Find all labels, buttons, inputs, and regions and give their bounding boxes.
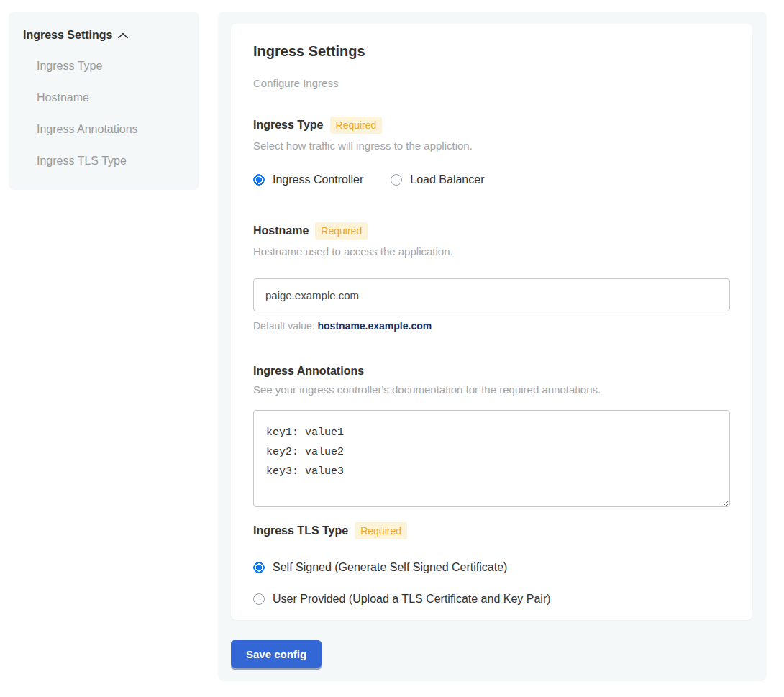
tls-type-radio-group: Self Signed (Generate Self Signed Certif… [253, 561, 730, 606]
page-title: Ingress Settings [253, 43, 730, 60]
save-config-button[interactable]: Save config [231, 640, 322, 668]
user-provided-radio[interactable] [253, 593, 265, 605]
sidebar-item-ingress-annotations[interactable]: Ingress Annotations [37, 123, 185, 136]
chevron-up-icon [118, 32, 128, 39]
radio-option-user-provided[interactable]: User Provided (Upload a TLS Certificate … [253, 593, 730, 606]
radio-option-self-signed[interactable]: Self Signed (Generate Self Signed Certif… [253, 561, 730, 574]
radio-option-load-balancer[interactable]: Load Balancer [391, 173, 484, 186]
sidebar-item-list: Ingress Type Hostname Ingress Annotation… [23, 60, 185, 168]
sidebar-item-hostname[interactable]: Hostname [37, 91, 185, 104]
sidebar-group-ingress-settings[interactable]: Ingress Settings [23, 29, 185, 42]
hostname-input[interactable] [253, 278, 730, 311]
hostname-help: Hostname used to access the application. [253, 245, 730, 258]
sidebar-item-ingress-type[interactable]: Ingress Type [37, 60, 185, 73]
hostname-default-line: Default value: hostname.example.com [253, 320, 730, 332]
tls-type-label: Ingress TLS Type [253, 524, 348, 537]
section-ingress-annotations: Ingress Annotations See your ingress con… [253, 365, 730, 507]
annotations-textarea[interactable]: key1: value1 key2: value2 key3: value3 [253, 410, 730, 507]
section-hostname: Hostname Required Hostname used to acces… [253, 222, 730, 332]
config-nav-sidebar: Ingress Settings Ingress Type Hostname I… [9, 12, 199, 190]
annotations-help: See your ingress controller's documentat… [253, 383, 730, 396]
radio-label[interactable]: Load Balancer [410, 173, 484, 186]
default-value-text: hostname.example.com [318, 320, 432, 332]
required-badge: Required [355, 522, 407, 539]
ingress-type-radio-group: Ingress Controller Load Balancer [253, 173, 730, 186]
hostname-label: Hostname [253, 224, 309, 237]
required-badge: Required [315, 222, 368, 240]
required-badge: Required [330, 117, 383, 134]
section-ingress-type: Ingress Type Required Select how traffic… [253, 117, 730, 186]
radio-label[interactable]: Ingress Controller [273, 173, 363, 186]
ingress-type-help: Select how traffic will ingress to the a… [253, 140, 730, 152]
radio-label[interactable]: User Provided (Upload a TLS Certificate … [273, 593, 551, 606]
self-signed-radio[interactable] [253, 562, 265, 573]
load-balancer-radio[interactable] [391, 174, 402, 186]
ingress-type-label: Ingress Type [253, 119, 324, 132]
sidebar-item-ingress-tls-type[interactable]: Ingress TLS Type [37, 155, 185, 168]
ingress-controller-radio[interactable] [253, 174, 265, 186]
page-subtitle: Configure Ingress [253, 77, 730, 89]
section-ingress-tls-type: Ingress TLS Type Required Self Signed (G… [253, 522, 730, 606]
radio-label[interactable]: Self Signed (Generate Self Signed Certif… [273, 561, 507, 574]
config-main-panel: Ingress Settings Configure Ingress Ingre… [218, 12, 767, 681]
page: Ingress Settings Ingress Type Hostname I… [0, 0, 784, 697]
default-value-prefix: Default value: [253, 320, 318, 332]
radio-option-ingress-controller[interactable]: Ingress Controller [253, 173, 363, 186]
annotations-label: Ingress Annotations [253, 365, 364, 378]
config-card: Ingress Settings Configure Ingress Ingre… [231, 24, 752, 620]
sidebar-group-label: Ingress Settings [23, 29, 112, 42]
